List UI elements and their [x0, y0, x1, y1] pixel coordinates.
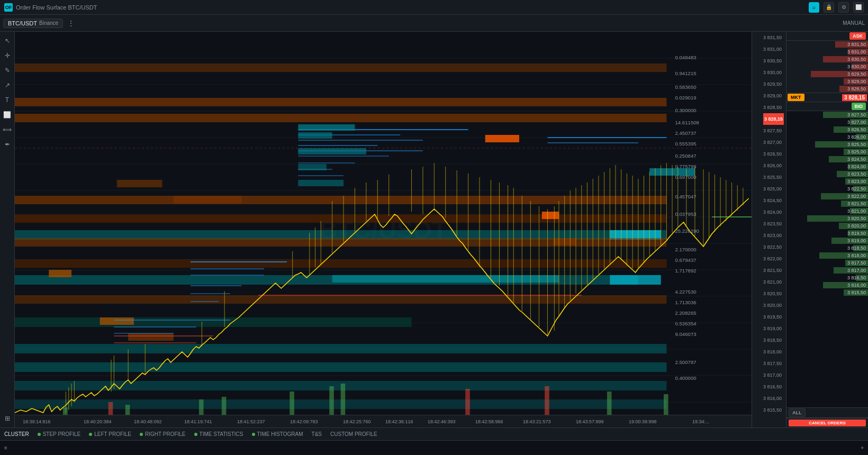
bid-row-19: 3 818,50 — [786, 244, 868, 252]
time-label-13: 19:00:39:998 — [629, 419, 657, 424]
bid-row-20: 3 818,00 — [786, 252, 868, 259]
bid-row-12: 3 822,00 — [786, 193, 868, 200]
ask-row-1: 3 831,50 — [786, 41, 868, 48]
tab-time-statistics[interactable]: TIME STATISTICS — [194, 431, 243, 437]
price-3818-00: 3 818,00 — [763, 346, 784, 358]
svg-text:0.775799: 0.775799 — [675, 164, 696, 169]
cluster-label: CLUSTER — [4, 431, 29, 437]
status-bar: ≡ + — [0, 440, 868, 455]
picker-tool[interactable]: ✒ — [2, 139, 13, 150]
arrow-tool[interactable]: ↗ — [2, 79, 13, 91]
bid-button[interactable]: BID — [852, 103, 866, 110]
main-layout: ↖ ✛ ✎ ↗ T ⬜ ⟺ ✒ ⊞ BTC/USDT — [0, 32, 868, 427]
status-add-icon[interactable]: + — [861, 445, 864, 451]
svg-rect-34 — [117, 180, 162, 187]
time-label-14: 19:34:... — [692, 419, 710, 424]
search-icon[interactable]: ⌕ — [809, 2, 819, 13]
cursor-tool[interactable]: ↖ — [2, 35, 13, 47]
time-label-3: 18:40:48:092 — [134, 419, 162, 424]
svg-rect-64 — [298, 132, 332, 139]
svg-text:0.250847: 0.250847 — [675, 153, 696, 159]
tab-custom-profile[interactable]: CUSTOM PROFILE — [330, 431, 377, 437]
price-3830-00: 3 830,00 — [763, 67, 784, 78]
crosshair-tool[interactable]: ✛ — [2, 50, 13, 61]
price-3825-00: 3 825,00 — [763, 183, 784, 195]
header-menu[interactable]: ⋮ — [67, 19, 75, 28]
svg-text:0.457047: 0.457047 — [675, 194, 696, 199]
chart-area[interactable]: BTC/USDT — [15, 32, 752, 427]
window-title: Order Flow Surface BTC/USDT — [16, 4, 97, 11]
cancel-orders-button[interactable]: CANCEL ORDERS — [789, 420, 866, 426]
svg-rect-23 — [15, 98, 666, 106]
bid-row-10: 3 823,00 — [786, 178, 868, 185]
resize-icon[interactable]: ⬜ — [853, 2, 864, 13]
price-3820-50: 3 820,50 — [763, 288, 784, 299]
ask-button[interactable]: ASK — [849, 32, 866, 40]
svg-text:1.713036: 1.713036 — [675, 300, 696, 305]
pen-tool[interactable]: ✎ — [2, 65, 13, 76]
svg-text:0.048483: 0.048483 — [675, 55, 696, 60]
status-menu-icon[interactable]: ≡ — [4, 445, 7, 451]
rect-tool[interactable]: ⬜ — [2, 109, 13, 121]
text-tool[interactable]: T — [2, 94, 13, 106]
symbol-badge[interactable]: BTC/USDT Binance — [3, 19, 63, 28]
tab-right-profile[interactable]: RIGHT PROFILE — [140, 431, 186, 437]
ask-row-2: 3 831,00 — [786, 48, 868, 56]
tab-ts[interactable]: T&S — [312, 431, 322, 437]
svg-rect-67 — [298, 180, 343, 186]
tab-step-profile[interactable]: STEP PROFILE — [38, 431, 81, 437]
ask-row-4: 3 830,00 — [786, 63, 868, 70]
svg-text:2.500787: 2.500787 — [675, 360, 696, 365]
right-panel: ASK 3 831,50 3 831,00 3 830,50 3 830,00 … — [786, 32, 868, 427]
layers-tool[interactable]: ⊞ — [2, 413, 13, 424]
price-scale: 3 831,50 3 831,00 3 830,50 3 830,00 3 82… — [752, 32, 786, 427]
time-histogram-dot — [252, 433, 255, 436]
window-controls: ⌕ 🔒 ⚙ ⬜ — [809, 2, 864, 13]
bid-row-15: 3 820,50 — [786, 215, 868, 222]
left-toolbar: ↖ ✛ ✎ ↗ T ⬜ ⟺ ✒ ⊞ — [0, 32, 15, 427]
symbol-text: BTC/USDT — [8, 20, 37, 26]
bid-row-23: 3 816,50 — [786, 274, 868, 281]
lock-icon[interactable]: 🔒 — [824, 2, 834, 13]
price-3824-00: 3 824,00 — [763, 206, 784, 218]
bid-row-11: 3 822,50 — [786, 185, 868, 193]
svg-rect-32 — [128, 333, 174, 341]
gear-icon[interactable]: ⚙ — [838, 2, 849, 13]
svg-rect-69 — [332, 275, 559, 283]
tab-left-profile[interactable]: LEFT PROFILE — [89, 431, 131, 437]
svg-text:0.697000: 0.697000 — [675, 175, 696, 180]
current-price: 3 828,15 — [763, 113, 784, 125]
time-label-4: 18:41:19:741 — [184, 419, 212, 424]
price-3830-50: 3 830,50 — [763, 55, 784, 67]
price-3828-50: 3 828,50 — [763, 102, 784, 113]
ask-row-5: 3 829,50 — [786, 70, 868, 78]
bid-row-22: 3 817,00 — [786, 267, 868, 274]
svg-rect-25 — [15, 196, 666, 204]
left-profile-dot — [89, 433, 92, 436]
right-profile-label: RIGHT PROFILE — [145, 431, 186, 437]
bid-row-24: 3 816,00 — [786, 281, 868, 289]
svg-rect-15 — [15, 362, 666, 372]
tab-cluster[interactable]: CLUSTER — [4, 431, 29, 437]
svg-rect-14 — [15, 344, 666, 353]
time-label-2: 18:40:20:384 — [84, 419, 112, 424]
price-3819-00: 3 819,00 — [763, 323, 784, 334]
tab-time-histogram[interactable]: TIME HISTOGRAM — [252, 431, 303, 437]
svg-rect-22 — [610, 275, 661, 285]
mkt-button[interactable]: MKT — [788, 94, 804, 101]
bid-row-7: 3 824,50 — [786, 156, 868, 163]
price-3816-50: 3 816,50 — [763, 381, 784, 393]
time-label-9: 18:42:46:393 — [428, 419, 456, 424]
svg-text:9.046073: 9.046073 — [675, 332, 696, 337]
svg-text:0.536354: 0.536354 — [675, 321, 696, 326]
svg-rect-30 — [15, 63, 666, 72]
bid-row-5: 3 825,50 — [786, 141, 868, 148]
time-label-10: 18:42:58:966 — [475, 419, 503, 424]
ask-row-3: 3 830,50 — [786, 56, 868, 63]
all-button[interactable]: ALL — [789, 408, 806, 417]
price-3818-50: 3 818,50 — [763, 334, 784, 346]
svg-rect-18 — [15, 317, 412, 327]
svg-rect-36 — [485, 135, 519, 142]
measure-tool[interactable]: ⟺ — [2, 124, 13, 135]
price-3820-00: 3 820,00 — [763, 299, 784, 311]
